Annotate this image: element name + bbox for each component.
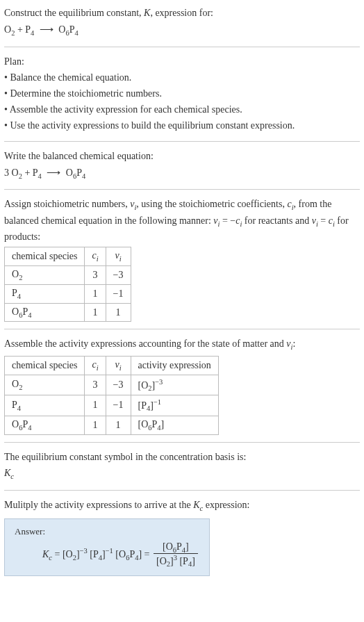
arrow-icon: ⟶ bbox=[37, 24, 56, 35]
species-cell: O6P4 bbox=[5, 303, 85, 322]
species-o6p4: O6P4 bbox=[66, 167, 85, 178]
c-cell: 1 bbox=[85, 303, 106, 322]
species-cell: P4 bbox=[5, 395, 85, 416]
balanced-title: Write the balanced chemical equation: bbox=[4, 149, 360, 163]
table-header-row: chemical species ci νi bbox=[5, 247, 131, 266]
answer-expression: Kc = [O2]−3 [P4]−1 [O6P4] = [O6P4][O2]3 … bbox=[15, 541, 199, 568]
table-row: P4 1 −1 [P4]−1 bbox=[5, 395, 219, 416]
table-row: O6P4 1 1 bbox=[5, 303, 131, 322]
denominator: [O2]3 [P4] bbox=[154, 554, 198, 568]
intro-text: Construct the equilibrium constant, bbox=[4, 8, 144, 18]
balanced-equation: 3 O2 + P4 ⟶ O6P4 bbox=[4, 165, 360, 183]
species-cell: O6P4 bbox=[5, 416, 85, 434]
c-cell: 3 bbox=[85, 375, 106, 395]
plan-item: • Balance the chemical equation. bbox=[4, 70, 360, 85]
K-symbol: K bbox=[144, 8, 150, 18]
plan-item: • Determine the stoichiometric numbers. bbox=[4, 86, 360, 101]
c-cell: 1 bbox=[85, 395, 106, 416]
table-header-row: chemical species ci νi activity expressi… bbox=[5, 357, 219, 375]
table-row: O2 3 −3 bbox=[5, 266, 131, 285]
nu-cell: 1 bbox=[106, 416, 131, 434]
activity-table: chemical species ci νi activity expressi… bbox=[4, 356, 219, 435]
table-header: νi bbox=[106, 247, 131, 266]
activity-section: Assemble the activity expressions accoun… bbox=[4, 336, 360, 442]
c-cell: 1 bbox=[85, 284, 106, 303]
nu-cell: −3 bbox=[106, 266, 131, 285]
table-header: chemical species bbox=[5, 247, 85, 266]
nu-cell: −3 bbox=[106, 375, 131, 395]
table-header: chemical species bbox=[5, 357, 85, 375]
arrow-icon: ⟶ bbox=[44, 167, 63, 178]
table-row: O6P4 1 1 [O6P4] bbox=[5, 416, 219, 434]
fraction: [O6P4][O2]3 [P4] bbox=[154, 541, 198, 568]
nu-cell: −1 bbox=[106, 284, 131, 303]
species-o2: O2 bbox=[4, 24, 15, 35]
stoich-section: Assign stoichiometric numbers, νi, using… bbox=[4, 197, 360, 329]
intro-line: Construct the equilibrium constant, K, e… bbox=[4, 6, 360, 20]
species-o6p4: O6P4 bbox=[58, 24, 78, 35]
table-row: O2 3 −3 [O2]−3 bbox=[5, 375, 219, 395]
table-header: νi bbox=[106, 357, 131, 375]
table-row: P4 1 −1 bbox=[5, 284, 131, 303]
intro-text-b: , expression for: bbox=[150, 8, 213, 18]
nu-cell: −1 bbox=[106, 395, 131, 416]
species-cell: P4 bbox=[5, 284, 85, 303]
stoich-text: Assign stoichiometric numbers, νi, using… bbox=[4, 197, 360, 244]
table-header: ci bbox=[85, 357, 106, 375]
plan-title: Plan: bbox=[4, 54, 360, 69]
stoich-table: chemical species ci νi O2 3 −3 P4 1 −1 O… bbox=[4, 247, 131, 322]
symbol-text: The equilibrium constant symbol in the c… bbox=[4, 450, 360, 464]
answer-box: Answer: Kc = [O2]−3 [P4]−1 [O6P4] = [O6P… bbox=[4, 518, 210, 576]
numerator: [O6P4] bbox=[154, 541, 198, 555]
kc-symbol: Kc bbox=[4, 466, 360, 482]
c-cell: 1 bbox=[85, 416, 106, 434]
final-section: Mulitply the activity expressions to arr… bbox=[4, 498, 360, 583]
species-p4: P4 bbox=[25, 24, 34, 35]
activity-expr-cell: [P4]−1 bbox=[131, 395, 218, 416]
balanced-section: Write the balanced chemical equation: 3 … bbox=[4, 149, 360, 190]
intro-section: Construct the equilibrium constant, K, e… bbox=[4, 6, 360, 47]
plan-item: • Use the activity expressions to build … bbox=[4, 118, 360, 133]
c-cell: 3 bbox=[85, 266, 106, 285]
plan-section: Plan: • Balance the chemical equation. •… bbox=[4, 54, 360, 142]
species-o2: O2 bbox=[12, 167, 22, 178]
species-p4: P4 bbox=[33, 167, 42, 178]
intro-equation: O2 + P4 ⟶ O6P4 bbox=[4, 22, 360, 40]
table-header: ci bbox=[85, 247, 106, 266]
species-cell: O2 bbox=[5, 375, 85, 395]
nu-cell: 1 bbox=[106, 303, 131, 322]
activity-expr-cell: [O6P4] bbox=[131, 416, 218, 434]
plan-item: • Assemble the activity expression for e… bbox=[4, 102, 360, 117]
species-cell: O2 bbox=[5, 266, 85, 285]
final-text: Mulitply the activity expressions to arr… bbox=[4, 498, 360, 514]
activity-expr-cell: [O2]−3 bbox=[131, 375, 218, 395]
symbol-section: The equilibrium constant symbol in the c… bbox=[4, 450, 360, 491]
table-header: activity expression bbox=[131, 357, 218, 375]
activity-text: Assemble the activity expressions accoun… bbox=[4, 336, 360, 353]
answer-label: Answer: bbox=[15, 526, 199, 537]
